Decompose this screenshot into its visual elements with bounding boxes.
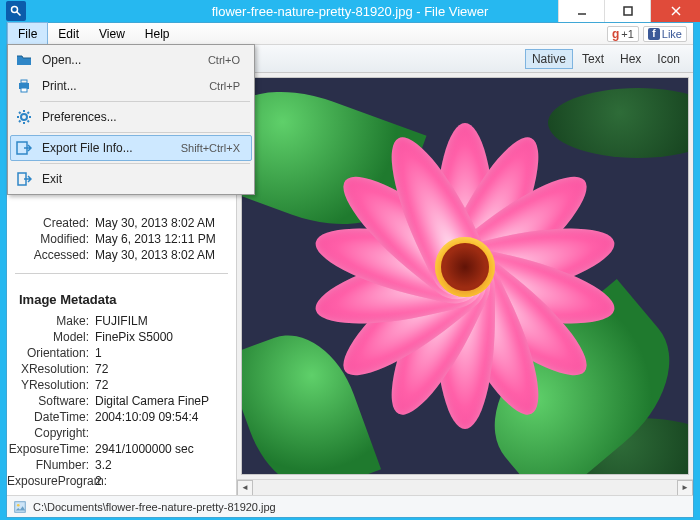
file-menu-dropdown: Open... Ctrl+O Print... Ctrl+P Preferenc… [7, 44, 255, 195]
menu-export-shortcut: Shift+Ctrl+X [181, 142, 248, 154]
tab-native[interactable]: Native [525, 49, 573, 69]
menu-help[interactable]: Help [135, 23, 180, 44]
menu-export-label: Export File Info... [42, 141, 173, 155]
maximize-button[interactable] [604, 0, 650, 22]
app-window: flower-free-nature-pretty-81920.jpg - Fi… [0, 0, 700, 520]
svg-point-21 [17, 503, 20, 506]
scroll-right-button[interactable]: ► [677, 480, 693, 496]
menu-print-shortcut: Ctrl+P [209, 80, 248, 92]
menu-open[interactable]: Open... Ctrl+O [10, 47, 252, 73]
menu-separator [40, 163, 250, 164]
meta-copyright: Copyright: [7, 425, 236, 441]
gplus-icon: g [612, 27, 619, 41]
scroll-left-button[interactable]: ◄ [237, 480, 253, 496]
meta-fnumber: FNumber:3.2 [7, 457, 236, 473]
svg-line-14 [19, 112, 21, 114]
google-plus-one-button[interactable]: g+1 [607, 26, 639, 42]
tab-icon[interactable]: Icon [650, 49, 687, 69]
file-accessed-row: Accessed:May 30, 2013 8:02 AM [7, 247, 236, 263]
image-canvas[interactable] [241, 77, 689, 475]
image-viewer: ◄ ► [237, 73, 693, 495]
horizontal-scrollbar[interactable]: ◄ ► [237, 479, 693, 495]
file-icon [13, 500, 27, 514]
app-icon [6, 1, 26, 21]
file-created-row: Created:May 30, 2013 8:02 AM [7, 215, 236, 231]
svg-line-16 [19, 121, 21, 123]
svg-rect-20 [15, 501, 26, 512]
facebook-like-button[interactable]: fLike [643, 26, 687, 42]
menu-preferences-label: Preferences... [42, 110, 248, 124]
svg-rect-8 [21, 88, 27, 92]
svg-line-17 [28, 112, 30, 114]
metadata-heading: Image Metadata [7, 284, 236, 313]
menu-open-shortcut: Ctrl+O [208, 54, 248, 66]
client-area: File Open... Ctrl+O Print... Ctrl+P [6, 22, 694, 518]
meta-orientation: Orientation:1 [7, 345, 236, 361]
menu-print-label: Print... [42, 79, 201, 93]
menubar: File Open... Ctrl+O Print... Ctrl+P [7, 23, 693, 45]
svg-point-0 [12, 7, 18, 13]
menu-open-label: Open... [42, 53, 200, 67]
meta-yresolution: YResolution:72 [7, 377, 236, 393]
menu-exit-label: Exit [42, 172, 248, 186]
meta-xresolution: XResolution:72 [7, 361, 236, 377]
menu-exit[interactable]: Exit [10, 166, 252, 192]
export-icon [14, 138, 34, 158]
close-button[interactable] [650, 0, 700, 22]
print-icon [14, 76, 34, 96]
menu-file[interactable]: File Open... Ctrl+O Print... Ctrl+P [7, 22, 48, 44]
window-controls [558, 0, 700, 22]
svg-rect-3 [624, 7, 632, 15]
status-path: C:\Documents\flower-free-nature-pretty-8… [33, 501, 276, 513]
minimize-button[interactable] [558, 0, 604, 22]
social-buttons: g+1 fLike [607, 23, 693, 44]
menu-edit[interactable]: Edit [48, 23, 89, 44]
menu-separator [40, 101, 250, 102]
meta-model: Model:FinePix S5000 [7, 329, 236, 345]
exit-icon [14, 169, 34, 189]
svg-point-9 [21, 114, 27, 120]
menu-separator [40, 132, 250, 133]
folder-open-icon [14, 50, 34, 70]
meta-exposuretime: ExposureTime:2941/1000000 sec [7, 441, 236, 457]
svg-line-15 [28, 121, 30, 123]
meta-software: Software:Digital Camera FineP [7, 393, 236, 409]
titlebar: flower-free-nature-pretty-81920.jpg - Fi… [0, 0, 700, 22]
menu-export-file-info[interactable]: Export File Info... Shift+Ctrl+X [10, 135, 252, 161]
meta-make: Make:FUJIFILM [7, 313, 236, 329]
meta-datetime: DateTime:2004:10:09 09:54:4 [7, 409, 236, 425]
menu-preferences[interactable]: Preferences... [10, 104, 252, 130]
tab-hex[interactable]: Hex [613, 49, 648, 69]
facebook-icon: f [648, 28, 660, 40]
menu-view[interactable]: View [89, 23, 135, 44]
gear-icon [14, 107, 34, 127]
menu-print[interactable]: Print... Ctrl+P [10, 73, 252, 99]
tab-text[interactable]: Text [575, 49, 611, 69]
file-modified-row: Modified:May 6, 2013 12:11 PM [7, 231, 236, 247]
svg-rect-7 [21, 80, 27, 83]
statusbar: C:\Documents\flower-free-nature-pretty-8… [7, 495, 693, 517]
meta-exposureprogram: ExposureProgram:2 [7, 473, 236, 489]
menu-file-label: File [18, 27, 37, 41]
svg-line-1 [17, 12, 21, 16]
